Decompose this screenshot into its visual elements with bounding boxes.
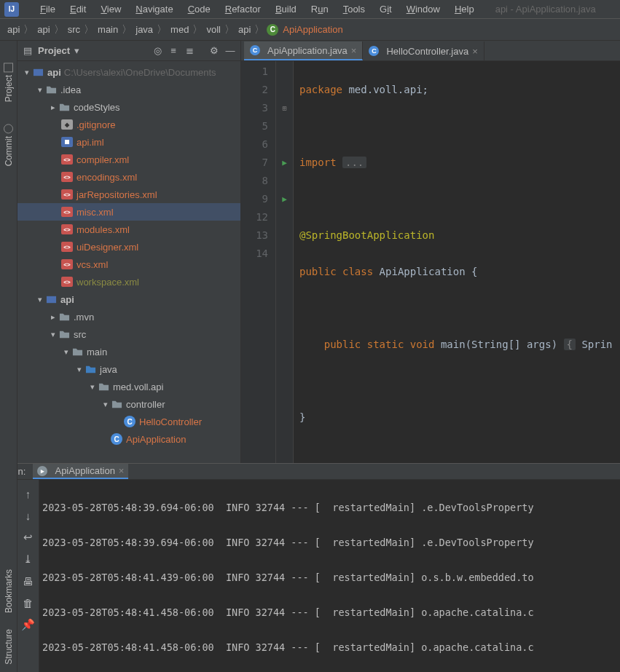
tree-root[interactable]: ▾ api C:\Users\alexi\OneDrive\Documents [17, 63, 240, 81]
menu-navigate[interactable]: Navigate [129, 1, 179, 17]
menu-help[interactable]: Help [448, 1, 481, 17]
module-icon [45, 293, 57, 305]
tree-codestyles[interactable]: ▸ codeStyles [17, 98, 240, 116]
crumb-0[interactable]: api [6, 24, 21, 35]
tree-hellocontroller[interactable]: C HelloController [17, 413, 240, 430]
package-icon [111, 398, 122, 410]
tree-gitignore[interactable]: ◆ .gitignore [17, 116, 240, 133]
tree-jarrepos[interactable]: <> jarRepositories.xml [17, 186, 240, 203]
chevron-down-icon[interactable]: ▾ [35, 85, 45, 95]
crumb-5[interactable]: med [169, 24, 190, 35]
code-area[interactable]: 1 2 3 5 6 7 8 9 12 13 14 ⊞ ▶ ▶ packa [241, 61, 620, 463]
hide-icon[interactable]: — [224, 45, 236, 57]
chevron-down-icon[interactable]: ▾ [22, 68, 32, 77]
xml-icon: <> [61, 224, 73, 234]
code-text[interactable]: package med.voll.api; import ... @Spring… [294, 61, 613, 463]
tree-controller[interactable]: ▾ controller [17, 395, 240, 413]
menu-code[interactable]: Code [181, 1, 217, 17]
log-line: 2023-05-28T05:48:41.458-06:00 INFO 32744… [42, 604, 617, 621]
run-tab[interactable]: ▸ ApiApplication × [33, 464, 128, 479]
locate-icon[interactable]: ◎ [152, 45, 163, 57]
tree-compiler[interactable]: <> compiler.xml [17, 151, 240, 168]
tree-apiapplication[interactable]: C ApiApplication [17, 430, 240, 448]
pin-icon[interactable]: 📌 [22, 618, 35, 631]
tree-vcs[interactable]: <> vcs.xml [17, 256, 240, 273]
up-icon[interactable]: ↑ [22, 487, 35, 500]
trash-icon[interactable]: 🗑 [22, 596, 35, 609]
run-output[interactable]: 2023-05-28T05:48:39.694-06:00 INFO 32744… [39, 480, 620, 672]
chevron-down-icon[interactable]: ▾ [61, 347, 71, 357]
menu-view[interactable]: View [94, 1, 127, 17]
gear-icon[interactable]: ⚙ [208, 45, 220, 57]
down-icon[interactable]: ↓ [22, 509, 35, 522]
chevron-right-icon: 〉 [154, 23, 169, 36]
menu-tools[interactable]: Tools [337, 1, 372, 17]
run-config-icon: ▸ [37, 466, 47, 476]
editor-gutter[interactable]: ⊞ ▶ ▶ [276, 61, 294, 463]
chevron-right-icon[interactable]: ▸ [48, 312, 58, 322]
tree-src[interactable]: ▾ src [17, 325, 240, 343]
crumb-2[interactable]: src [66, 24, 82, 35]
tree-workspace[interactable]: <> workspace.xml [17, 273, 240, 290]
tree-mvn[interactable]: ▸ .mvn [17, 308, 240, 325]
editor-tab-apiapplication[interactable]: C ApiApplication.java × [244, 41, 363, 60]
class-icon: C [124, 416, 136, 427]
tree-java[interactable]: ▾ java [17, 360, 240, 378]
print-icon[interactable]: 🖶 [22, 574, 35, 588]
crumb-1[interactable]: api [36, 24, 51, 35]
chevron-down-icon[interactable]: ▾ [48, 330, 58, 339]
tree-modules[interactable]: <> modules.xml [17, 221, 240, 238]
tree-idea[interactable]: ▾ .idea [17, 81, 240, 98]
tree-api-module[interactable]: ▾ api [17, 290, 240, 308]
menu-refactor[interactable]: Refactor [219, 1, 267, 17]
run-gutter-icon[interactable]: ▶ [276, 190, 293, 208]
tab-commit[interactable]: Commit [4, 124, 14, 166]
run-gutter-icon[interactable]: ▶ [276, 154, 293, 172]
menu-run[interactable]: Run [305, 1, 335, 17]
log-line: 2023-05-28T05:48:41.439-06:00 INFO 32744… [42, 569, 617, 586]
tab-project-label: Project [4, 75, 14, 102]
fold-icon[interactable]: ⊞ [276, 99, 293, 117]
scroll-end-icon[interactable]: ⤓ [22, 553, 35, 566]
collapse-all-icon[interactable]: ≣ [184, 45, 195, 57]
soft-wrap-icon[interactable]: ↩ [22, 531, 35, 544]
close-icon[interactable]: × [119, 465, 125, 476]
class-icon: C [369, 46, 379, 56]
tree-encodings[interactable]: <> encodings.xml [17, 168, 240, 186]
chevron-down-icon[interactable]: ▾ [35, 295, 45, 304]
crumb-3[interactable]: main [96, 24, 119, 35]
tree-uidesigner[interactable]: <> uiDesigner.xml [17, 238, 240, 256]
tree-iml[interactable]: api.iml [17, 133, 240, 151]
project-tree[interactable]: ▾ api C:\Users\alexi\OneDrive\Documents … [17, 61, 240, 463]
close-icon[interactable]: × [472, 46, 478, 57]
editor-tab-label: ApiApplication.java [267, 45, 348, 56]
menubar: IJ FFileile Edit View Navigate Code Refa… [0, 0, 620, 19]
menu-file[interactable]: FFileile [34, 1, 62, 17]
chevron-right-icon[interactable]: ▸ [48, 103, 58, 112]
chevron-down-icon[interactable]: ▾ [101, 400, 111, 409]
tab-structure[interactable]: Structure [4, 629, 14, 665]
project-view-icon[interactable]: ▤ [22, 45, 34, 57]
menu-build[interactable]: Build [269, 1, 303, 17]
tree-misc[interactable]: <> misc.xml [17, 203, 240, 221]
tab-bookmarks[interactable]: Bookmarks [4, 569, 14, 613]
tab-project[interactable]: Project [4, 63, 14, 102]
menu-edit[interactable]: Edit [63, 1, 93, 17]
tree-package[interactable]: ▾ med.voll.api [17, 378, 240, 395]
log-line: 2023-05-28T05:48:39.694-06:00 INFO 32744… [42, 534, 617, 551]
tree-main[interactable]: ▾ main [17, 343, 240, 360]
editor-tab-hellocontroller[interactable]: C HelloController.java × [363, 41, 484, 60]
expand-all-icon[interactable]: ≡ [168, 45, 179, 57]
chevron-down-icon[interactable]: ▾ [87, 382, 98, 392]
crumb-6[interactable]: voll [205, 24, 222, 35]
crumb-leaf[interactable]: ApiApplication [281, 24, 344, 35]
crumb-7[interactable]: api [237, 24, 252, 35]
menu-git[interactable]: Git [373, 1, 399, 17]
close-icon[interactable]: × [351, 45, 357, 56]
crumb-4[interactable]: java [134, 24, 154, 35]
chevron-down-icon[interactable]: ▾ [74, 365, 85, 374]
class-icon: C [250, 45, 260, 55]
chevron-down-icon[interactable]: ▾ [74, 45, 79, 56]
project-tool-label[interactable]: Project [38, 45, 70, 56]
menu-window[interactable]: Window [400, 1, 447, 17]
